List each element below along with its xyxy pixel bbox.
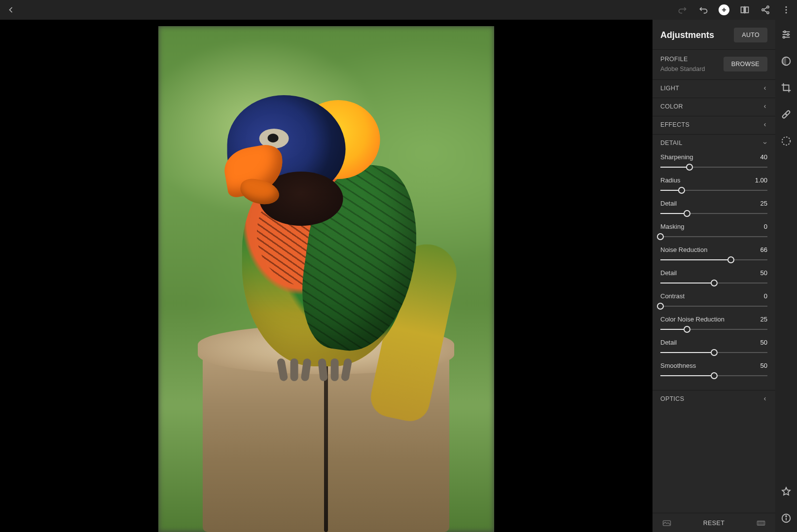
svg-point-5 xyxy=(767,12,769,14)
compare-button[interactable] xyxy=(739,4,751,16)
star-icon xyxy=(781,486,792,497)
radial-icon xyxy=(781,136,792,146)
top-toolbar xyxy=(0,0,797,20)
section-light[interactable]: LIGHT xyxy=(652,79,775,98)
sliders-icon xyxy=(781,29,792,40)
slider-sharpening[interactable]: Sharpening40 xyxy=(660,153,767,171)
svg-point-23 xyxy=(782,137,791,145)
crop-tool[interactable] xyxy=(780,82,792,94)
previous-icon[interactable] xyxy=(660,518,673,528)
slider-track[interactable] xyxy=(660,349,767,356)
slider-track[interactable] xyxy=(660,280,767,286)
share-icon xyxy=(761,5,770,15)
slider-smoothness[interactable]: Smoothness50 xyxy=(660,362,767,379)
section-detail[interactable]: DETAIL xyxy=(652,134,775,147)
svg-point-15 xyxy=(784,31,786,33)
slider-detail[interactable]: Detail50 xyxy=(660,269,767,286)
slider-value: 40 xyxy=(761,153,767,161)
slider-track[interactable] xyxy=(660,210,767,217)
tool-rail xyxy=(775,20,797,532)
undo-button[interactable] xyxy=(697,4,709,16)
masking-tool[interactable] xyxy=(780,135,792,147)
slider-label: Detail xyxy=(660,200,677,207)
filmstrip-icon[interactable] xyxy=(755,518,767,528)
reset-button[interactable]: RESET xyxy=(703,520,725,527)
slider-track[interactable] xyxy=(660,326,767,333)
slider-value: 0 xyxy=(764,292,767,300)
chevron-left-icon xyxy=(762,122,767,127)
auto-button[interactable]: AUTO xyxy=(734,28,767,42)
slider-detail[interactable]: Detail50 xyxy=(660,339,767,356)
slider-radius[interactable]: Radius1.00 xyxy=(660,177,767,194)
slider-track[interactable] xyxy=(660,164,767,171)
section-optics[interactable]: OPTICS xyxy=(652,390,775,408)
canvas-area[interactable] xyxy=(0,20,652,532)
slider-label: Masking xyxy=(660,223,684,230)
crop-icon xyxy=(781,82,792,93)
panel-footer: RESET xyxy=(652,513,775,532)
tone-curve-tool[interactable] xyxy=(780,55,792,67)
svg-point-22 xyxy=(786,114,787,115)
chevron-left-icon xyxy=(762,396,767,401)
info-tool[interactable] xyxy=(780,512,792,524)
svg-point-4 xyxy=(762,9,764,11)
slider-knob[interactable] xyxy=(657,233,664,240)
back-button[interactable] xyxy=(5,4,17,16)
slider-track[interactable] xyxy=(660,233,767,240)
slider-label: Contrast xyxy=(660,292,685,300)
browse-profiles-button[interactable]: BROWSE xyxy=(724,57,767,71)
svg-point-6 xyxy=(786,6,787,8)
rating-tool[interactable] xyxy=(780,486,792,497)
slider-knob[interactable] xyxy=(711,349,718,356)
svg-point-7 xyxy=(786,9,787,11)
more-menu-button[interactable] xyxy=(780,4,792,16)
slider-color-noise-reduction[interactable]: Color Noise Reduction25 xyxy=(660,316,767,333)
share-button[interactable] xyxy=(760,4,771,16)
slider-label: Sharpening xyxy=(660,153,693,161)
redo-icon xyxy=(678,5,688,15)
redo-button xyxy=(677,4,688,16)
slider-knob[interactable] xyxy=(657,303,664,310)
svg-point-19 xyxy=(783,36,785,38)
profile-label: PROFILE xyxy=(660,56,705,63)
section-color[interactable]: COLOR xyxy=(652,98,775,116)
slider-knob[interactable] xyxy=(678,187,685,194)
svg-point-3 xyxy=(767,6,769,8)
slider-value: 25 xyxy=(761,316,767,323)
slider-track[interactable] xyxy=(660,303,767,310)
slider-contrast[interactable]: Contrast0 xyxy=(660,292,767,310)
add-photo-button[interactable] xyxy=(718,4,730,16)
slider-knob[interactable] xyxy=(684,210,690,217)
slider-value: 50 xyxy=(761,269,767,277)
slider-knob[interactable] xyxy=(686,164,693,171)
slider-masking[interactable]: Masking0 xyxy=(660,223,767,240)
slider-track[interactable] xyxy=(660,372,767,379)
slider-knob[interactable] xyxy=(711,280,718,286)
slider-noise-reduction[interactable]: Noise Reduction66 xyxy=(660,246,767,263)
chevron-down-icon xyxy=(762,141,767,145)
slider-track[interactable] xyxy=(660,256,767,263)
healing-tool[interactable] xyxy=(780,108,792,120)
slider-value: 50 xyxy=(761,339,767,346)
detail-sliders: Sharpening40Radius1.00Detail25Masking0No… xyxy=(652,147,775,390)
adjust-tool[interactable] xyxy=(780,29,792,40)
section-effects[interactable]: EFFECTS xyxy=(652,116,775,134)
slider-value: 1.00 xyxy=(755,177,767,184)
slider-label: Smoothness xyxy=(660,362,696,369)
slider-label: Noise Reduction xyxy=(660,246,707,253)
chevron-left-icon xyxy=(762,86,767,91)
slider-knob[interactable] xyxy=(711,372,718,379)
adjustments-panel: Adjustments AUTO PROFILE Adobe Standard … xyxy=(652,20,775,532)
slider-track[interactable] xyxy=(660,187,767,194)
slider-label: Detail xyxy=(660,339,677,346)
moon-circle-icon xyxy=(781,56,792,67)
info-icon xyxy=(781,513,792,524)
photo-preview xyxy=(158,26,494,532)
profile-value: Adobe Standard xyxy=(660,66,705,72)
bandage-icon xyxy=(781,109,792,120)
svg-point-8 xyxy=(786,12,787,13)
slider-detail[interactable]: Detail25 xyxy=(660,200,767,217)
section-label: DETAIL xyxy=(660,140,683,146)
slider-knob[interactable] xyxy=(727,256,734,263)
slider-knob[interactable] xyxy=(684,326,690,333)
